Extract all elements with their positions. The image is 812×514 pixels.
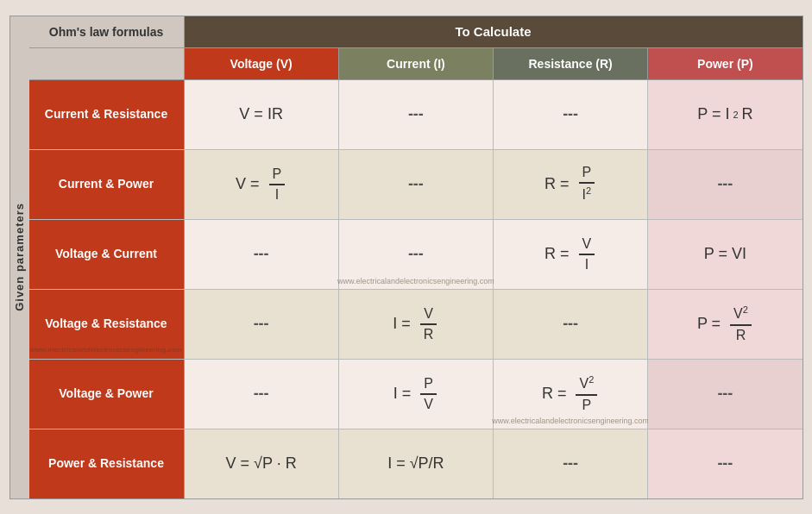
col-header-current: Current (I) bbox=[339, 48, 494, 80]
row-label-1: Current & Power bbox=[29, 150, 185, 219]
cell-5-resistance: --- bbox=[494, 429, 648, 498]
cell-2-power: P = VI bbox=[648, 220, 802, 289]
col-header-voltage: Voltage (V) bbox=[185, 48, 339, 80]
watermark-1: www.electricalandelectronicsengineering.… bbox=[337, 277, 494, 285]
cell-1-power: --- bbox=[648, 150, 802, 219]
table-row: Current & Resistance V = IR --- --- P = … bbox=[29, 80, 803, 150]
row-label-5: Power & Resistance bbox=[29, 429, 185, 498]
cell-5-current: I = √P/R bbox=[339, 429, 494, 498]
cell-2-resistance: R = V I bbox=[494, 220, 648, 289]
cell-1-current: --- bbox=[339, 150, 494, 219]
cell-4-voltage: --- bbox=[185, 360, 339, 429]
table-main: Ohm's law formulas To Calculate Voltage … bbox=[29, 16, 803, 498]
to-calculate-label: To Calculate bbox=[455, 24, 531, 39]
row-label-0: Current & Resistance bbox=[29, 80, 185, 149]
row-label-4: Voltage & Power bbox=[29, 360, 185, 429]
cell-3-current: I = V R bbox=[339, 290, 494, 359]
column-headers: Voltage (V) Current (I) Resistance (R) P… bbox=[29, 48, 803, 80]
watermark-3: www.electricalandelectronicsengineering.… bbox=[492, 417, 649, 425]
table-title: Ohm's law formulas bbox=[49, 25, 163, 39]
cell-2-voltage: --- bbox=[185, 220, 339, 289]
to-calculate-header: To Calculate bbox=[185, 16, 803, 48]
cell-2-current: --- www.electricalandelectronicsengineer… bbox=[339, 220, 494, 289]
cell-5-voltage: V = √P · R bbox=[185, 429, 339, 498]
cell-3-resistance: --- bbox=[494, 290, 648, 359]
cell-3-voltage: --- bbox=[185, 290, 339, 359]
table-row: Power & Resistance V = √P · R I = √P/R -… bbox=[29, 429, 803, 498]
cell-4-current: I = P V bbox=[339, 360, 494, 429]
cell-1-resistance: R = P I2 bbox=[494, 150, 648, 219]
given-params-column: Given parameters bbox=[10, 16, 29, 498]
ohms-law-table: Given parameters Ohm's law formulas To C… bbox=[9, 16, 803, 499]
cell-4-power: --- bbox=[648, 360, 802, 429]
table-row: Voltage & Resistance www.electricalandel… bbox=[29, 290, 803, 360]
data-rows: Current & Resistance V = IR --- --- P = … bbox=[29, 80, 803, 498]
given-params-label: Given parameters bbox=[13, 203, 26, 311]
cell-0-current: --- bbox=[339, 80, 494, 149]
cell-4-resistance: R = V2 P www.electricalandelectronicseng… bbox=[494, 360, 648, 429]
header-top: Ohm's law formulas To Calculate bbox=[29, 16, 803, 48]
col-header-power: Power (P) bbox=[648, 48, 802, 80]
cell-1-voltage: V = P I bbox=[185, 150, 339, 219]
spacer bbox=[29, 48, 185, 80]
cell-0-power: P = I2R bbox=[648, 80, 802, 149]
header-corner: Ohm's law formulas bbox=[29, 16, 185, 48]
row-label-2: Voltage & Current bbox=[29, 220, 185, 289]
cell-0-voltage: V = IR bbox=[185, 80, 339, 149]
col-header-resistance: Resistance (R) bbox=[494, 48, 648, 80]
row-label-3: Voltage & Resistance www.electricalandel… bbox=[29, 290, 185, 359]
cell-3-power: P = V2 R bbox=[648, 290, 802, 359]
cell-0-resistance: --- bbox=[494, 80, 648, 149]
table-row: Voltage & Current --- --- www.electrical… bbox=[29, 220, 803, 290]
table-row: Current & Power V = P I --- bbox=[29, 150, 803, 220]
cell-5-power: --- bbox=[648, 429, 802, 498]
watermark-2: www.electricalandelectronicsengineering.… bbox=[30, 345, 182, 354]
table-row: Voltage & Power --- I = P V bbox=[29, 360, 803, 429]
